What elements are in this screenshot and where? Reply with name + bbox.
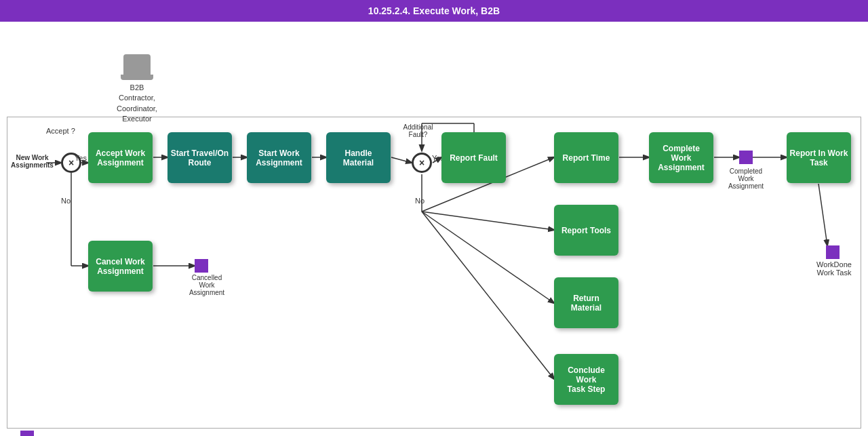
title-text: 10.25.2.4. Execute Work, B2B	[368, 5, 500, 16]
completed-work-label: CompletedWorkAssignment	[719, 167, 773, 190]
workdone-label: WorkDoneWork Task	[810, 260, 858, 277]
cancelled-token	[195, 259, 208, 273]
complete-work-assignment[interactable]: Complete WorkAssignment	[649, 132, 713, 183]
completed-work-token	[739, 151, 753, 164]
start-travel[interactable]: Start Travel/OnRoute	[167, 132, 232, 183]
report-tools[interactable]: Report Tools	[554, 205, 618, 256]
fault-gateway: ×	[412, 153, 432, 173]
cancel-work-assignment[interactable]: Cancel WorkAssignment	[88, 241, 153, 292]
handle-material[interactable]: Handle Material	[326, 132, 391, 183]
diagram-container: B2B Contractor, Coordinator, Executor	[0, 22, 868, 436]
cancelled-label: CancelledWorkAssignment	[180, 274, 234, 296]
accept-question-label: Accept ?	[46, 127, 75, 135]
title-bar: 10.25.2.4. Execute Work, B2B	[0, 0, 868, 22]
actor: B2B Contractor, Coordinator, Executor	[117, 54, 157, 125]
no-label-1: No	[61, 197, 71, 205]
accept-work-assignment[interactable]: Accept Work Assignment	[88, 132, 153, 183]
actor-label: B2B Contractor, Coordinator, Executor	[117, 83, 157, 125]
started-work-token	[20, 431, 34, 436]
report-in-work-task[interactable]: Report In WorkTask	[787, 132, 851, 183]
yes-label-1: Yes	[75, 154, 87, 162]
report-fault[interactable]: Report Fault	[441, 132, 506, 183]
conclude-work-task-step[interactable]: Conclude WorkTask Step	[554, 354, 618, 405]
no-label-2: No	[415, 197, 425, 205]
report-time[interactable]: Report Time	[554, 132, 618, 183]
start-work-assignment[interactable]: Start WorkAssignment	[247, 132, 311, 183]
return-material[interactable]: Return Material	[554, 277, 618, 328]
additional-fault-label: AdditionalFault?	[399, 123, 437, 138]
workdone-token	[826, 245, 840, 259]
new-work-assignments: New WorkAssignments	[10, 154, 54, 169]
